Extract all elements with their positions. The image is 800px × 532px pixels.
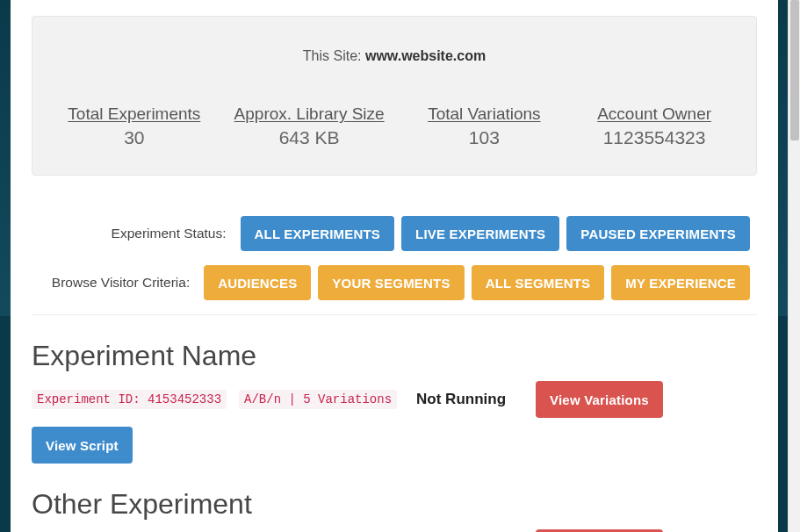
filter-label-criteria: Browse Visitor Criteria: [32,275,204,291]
stat-total-experiments: Total Experiments 30 [64,104,205,148]
stat-value: 1123554323 [584,127,724,148]
experiment-meta-row: Experiment ID: 4153452333 A/B/n | 5 Vari… [32,381,757,418]
stat-total-variations: Total Variations 103 [414,104,554,148]
site-domain: www.website.com [365,48,486,63]
divider [32,314,757,315]
experiment-status: Not Running [416,391,506,408]
this-site-label: This Site: [303,48,365,63]
stat-library-size: Approx. Library Size 643 KB [234,104,385,148]
stat-value: 30 [64,127,205,148]
scrollbar-thumb[interactable] [790,0,799,140]
summary-panel: This Site: www.website.com Total Experim… [32,16,757,176]
stat-value: 643 KB [234,127,385,148]
criteria-my-experience-button[interactable]: MY EXPERIENCE [611,265,750,300]
filter-row-criteria: Browse Visitor Criteria: AUDIENCES YOUR … [32,265,757,300]
stats-row: Total Experiments 30 Approx. Library Siz… [54,104,735,148]
criteria-audiences-button[interactable]: AUDIENCES [204,265,311,300]
filter-live-experiments-button[interactable]: LIVE EXPERIMENTS [401,216,559,251]
stat-label: Account Owner [584,104,724,124]
experiment-actions-row: View Script [32,427,757,464]
experiment-card: Experiment Name Experiment ID: 415345233… [32,340,757,464]
site-line: This Site: www.website.com [54,48,735,64]
filter-row-status: Experiment Status: ALL EXPERIMENTS LIVE … [32,216,757,251]
vertical-scrollbar[interactable] [788,0,800,532]
view-script-button[interactable]: View Script [32,427,133,464]
experiment-id-badge: Experiment ID: 4153452333 [32,390,227,409]
view-variations-button[interactable]: View Variations [536,381,663,418]
experiment-card: Other Experiment Experiment ID: 55465476… [32,488,757,532]
criteria-all-segments-button[interactable]: ALL SEGMENTS [472,265,605,300]
experiment-title: Other Experiment [32,488,757,521]
experiment-title: Experiment Name [32,340,757,372]
stat-label: Total Variations [414,104,554,124]
stat-label: Total Experiments [64,104,205,124]
experiment-type-badge: A/B/n | 5 Variations [239,390,397,409]
filters: Experiment Status: ALL EXPERIMENTS LIVE … [32,216,757,300]
criteria-your-segments-button[interactable]: YOUR SEGMENTS [318,265,464,300]
stat-value: 103 [414,127,554,148]
modal-content: This Site: www.website.com Total Experim… [11,16,778,532]
filter-all-experiments-button[interactable]: ALL EXPERIMENTS [241,216,395,251]
filter-label-status: Experiment Status: [32,226,241,241]
stat-account-owner: Account Owner 1123554323 [584,104,724,148]
filter-paused-experiments-button[interactable]: PAUSED EXPERIMENTS [566,216,750,251]
stat-label: Approx. Library Size [234,104,385,124]
modal-panel: This Site: www.website.com Total Experim… [11,0,778,532]
